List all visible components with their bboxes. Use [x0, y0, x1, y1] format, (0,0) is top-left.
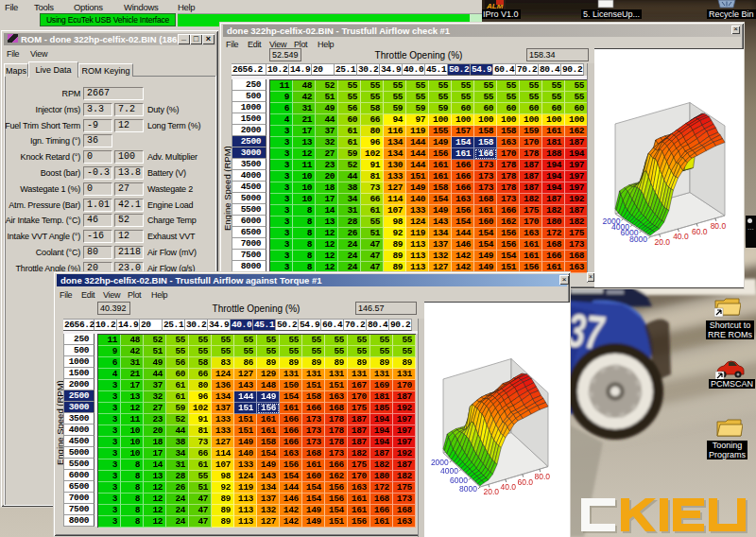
svg-text:8000: 8000	[459, 484, 477, 494]
svg-text:20.0: 20.0	[654, 237, 670, 247]
svg-text:40.0: 40.0	[673, 232, 689, 241]
svg-text:80.0: 80.0	[535, 472, 551, 481]
svg-text:60.0: 60.0	[692, 227, 708, 236]
svg-text:8000: 8000	[629, 234, 647, 244]
svg-text:60.0: 60.0	[518, 477, 534, 487]
svg-text:20.0: 20.0	[484, 487, 500, 496]
svg-text:80.0: 80.0	[711, 221, 727, 231]
svg-text:40.0: 40.0	[501, 482, 517, 492]
